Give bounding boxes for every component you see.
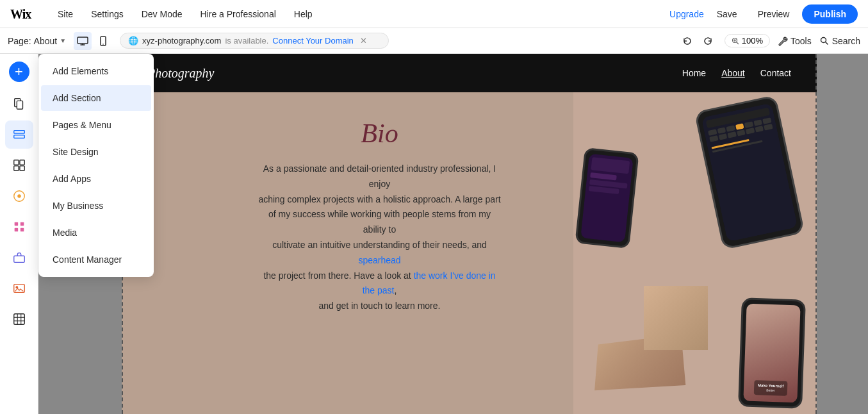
- tools-button[interactable]: Tools: [778, 36, 812, 46]
- sidebar-item-design[interactable]: [5, 182, 33, 210]
- mobile-device-button[interactable]: [94, 32, 112, 50]
- svg-rect-19: [20, 228, 24, 232]
- popup-add-elements[interactable]: Add Elements: [41, 58, 151, 84]
- svg-rect-23: [13, 314, 24, 325]
- popup-content-manager[interactable]: Content Manager: [41, 247, 151, 272]
- popup-my-business[interactable]: My Business: [41, 193, 151, 219]
- toolbar-right: 100% Tools Search: [678, 32, 860, 50]
- popup-add-apps[interactable]: Add Apps: [41, 166, 151, 192]
- nav-hire[interactable]: Hire a Professional: [199, 6, 277, 22]
- canvas-right-bg: [817, 54, 868, 414]
- nav-devmode[interactable]: Dev Mode: [140, 6, 184, 22]
- url-close-icon[interactable]: ✕: [360, 36, 367, 46]
- popup-menu: Add Elements Add Section Pages & Menu Si…: [38, 54, 154, 277]
- phone-mockup-1: [694, 95, 805, 250]
- popup-media[interactable]: Media: [41, 220, 151, 245]
- phone-mockup-3: Make Yourself Better: [738, 297, 806, 408]
- site-content-area: Bio As a passionate and detail-oriented …: [122, 92, 817, 414]
- redo-button[interactable]: [699, 32, 717, 50]
- sidebar-item-pages[interactable]: [5, 90, 33, 118]
- bio-title: Bio: [361, 118, 398, 149]
- preview-button[interactable]: Preview: [750, 5, 798, 23]
- wix-logo: Wix: [10, 7, 36, 21]
- svg-rect-12: [13, 166, 18, 170]
- page-name: About: [34, 36, 58, 46]
- popup-site-design[interactable]: Site Design: [41, 139, 151, 165]
- svg-point-22: [15, 286, 18, 288]
- tools-label: Tools: [790, 36, 812, 46]
- add-elements-circle-button[interactable]: +: [9, 62, 29, 82]
- sidebar-item-grid[interactable]: [5, 305, 33, 333]
- publish-button[interactable]: Publish: [802, 4, 858, 24]
- phones-section: Make Yourself Better: [573, 92, 817, 414]
- top-navigation: Wix Site Settings Dev Mode Hire a Profes…: [0, 0, 868, 28]
- url-bar[interactable]: 🌐 xyz-photography.com is available. Conn…: [120, 33, 389, 49]
- connect-domain-link[interactable]: Connect Your Domain: [272, 36, 353, 46]
- undo-redo-group: [678, 32, 717, 50]
- bio-text: As a passionate and detail-oriented indu…: [258, 161, 502, 314]
- page-dropdown-icon: ▼: [60, 37, 66, 44]
- sidebar-item-section[interactable]: [5, 120, 33, 149]
- canvas-area: Photography Home About Contact Bio As a …: [38, 54, 868, 414]
- search-button[interactable]: Search: [819, 36, 860, 46]
- svg-rect-16: [14, 222, 18, 226]
- svg-rect-13: [19, 166, 24, 170]
- toolbar-secondary: Page: About ▼ 🌐 xyz-photography.com is a…: [0, 28, 868, 54]
- sidebar-item-content-manager[interactable]: [5, 151, 33, 179]
- svg-rect-20: [13, 256, 24, 262]
- site-nav-links: Home About Contact: [682, 68, 791, 78]
- domain-available-text: is available.: [225, 36, 268, 46]
- search-label: Search: [832, 36, 860, 46]
- page-selector[interactable]: Page: About ▼: [8, 36, 66, 46]
- popup-add-section[interactable]: Add Section: [41, 85, 151, 111]
- sidebar-item-business[interactable]: [5, 244, 33, 272]
- device-icons: [74, 32, 112, 50]
- nav-settings[interactable]: Settings: [90, 6, 125, 22]
- site-logo: Photography: [147, 66, 214, 81]
- svg-point-5: [821, 37, 826, 42]
- upgrade-button[interactable]: Upgrade: [669, 9, 704, 19]
- svg-point-15: [17, 194, 21, 198]
- nav-right-actions: Upgrade Save Preview Publish: [669, 4, 858, 24]
- domain-text: xyz-photography.com: [142, 36, 221, 46]
- desktop-device-button[interactable]: [74, 32, 92, 50]
- undo-button[interactable]: [678, 32, 696, 50]
- phone-mockup-2: [575, 147, 639, 249]
- svg-rect-8: [13, 131, 24, 134]
- page-label: Page:: [8, 36, 31, 46]
- svg-rect-11: [19, 160, 24, 165]
- svg-point-3: [102, 44, 104, 45]
- sidebar-item-apps[interactable]: [5, 213, 33, 241]
- save-button[interactable]: Save: [709, 5, 745, 23]
- nav-site[interactable]: Site: [56, 6, 74, 22]
- main-area: +: [0, 54, 868, 414]
- svg-rect-1: [78, 37, 88, 44]
- zoom-control[interactable]: 100%: [725, 34, 770, 47]
- svg-text:Wix: Wix: [10, 7, 31, 21]
- left-sidebar: +: [0, 54, 38, 414]
- bio-section: Bio As a passionate and detail-oriented …: [122, 92, 573, 414]
- popup-pages-menu[interactable]: Pages & Menu: [41, 112, 151, 138]
- dashed-right-guide: [815, 54, 817, 414]
- site-nav-contact[interactable]: Contact: [760, 68, 791, 78]
- url-globe-icon: 🌐: [128, 36, 138, 46]
- site-navbar: Photography Home About Contact: [122, 54, 817, 92]
- website-preview[interactable]: Photography Home About Contact Bio As a …: [122, 54, 817, 414]
- bio-paragraph: As a passionate and detail-oriented indu…: [258, 163, 500, 311]
- svg-rect-10: [13, 160, 18, 165]
- svg-rect-7: [17, 101, 22, 109]
- site-nav-home[interactable]: Home: [682, 68, 706, 78]
- svg-rect-17: [20, 222, 24, 226]
- sidebar-item-media[interactable]: [5, 274, 33, 302]
- site-nav-about[interactable]: About: [721, 68, 745, 78]
- svg-rect-9: [13, 135, 24, 138]
- box-decoration-2: [644, 286, 708, 350]
- nav-help[interactable]: Help: [293, 6, 314, 22]
- phones-container: Make Yourself Better: [573, 92, 817, 414]
- zoom-level: 100%: [742, 36, 763, 46]
- svg-rect-18: [14, 228, 18, 232]
